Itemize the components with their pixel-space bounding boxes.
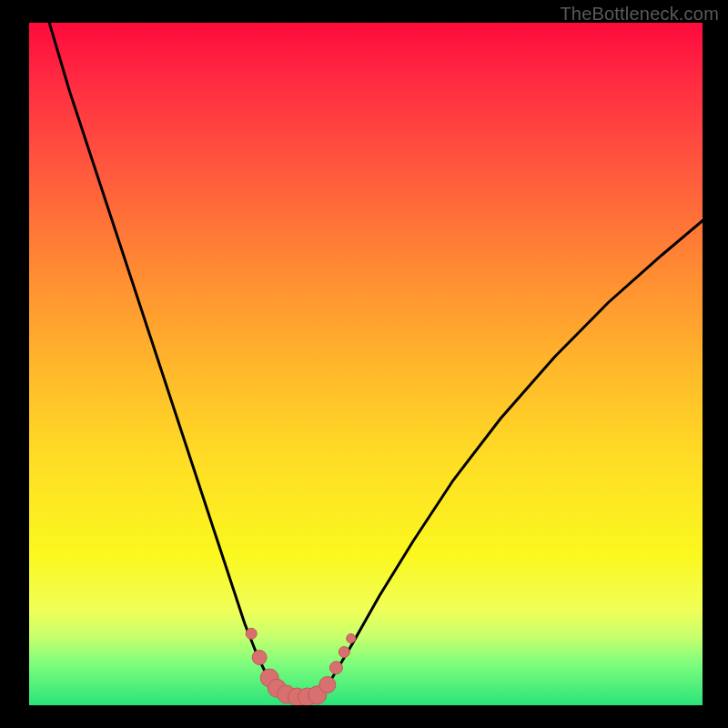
chart-frame: TheBottleneck.com — [0, 0, 728, 728]
data-point-marker — [319, 677, 336, 693]
data-point-marker — [347, 634, 356, 643]
curve-layer — [49, 23, 703, 697]
data-point-marker — [252, 651, 267, 665]
bottleneck-curve — [49, 23, 703, 697]
plot-area — [29, 23, 703, 705]
chart-svg — [29, 23, 703, 705]
data-point-marker — [339, 647, 349, 658]
watermark-text: TheBottleneck.com — [560, 4, 719, 25]
data-point-marker — [329, 662, 342, 674]
data-point-marker — [246, 628, 257, 639]
